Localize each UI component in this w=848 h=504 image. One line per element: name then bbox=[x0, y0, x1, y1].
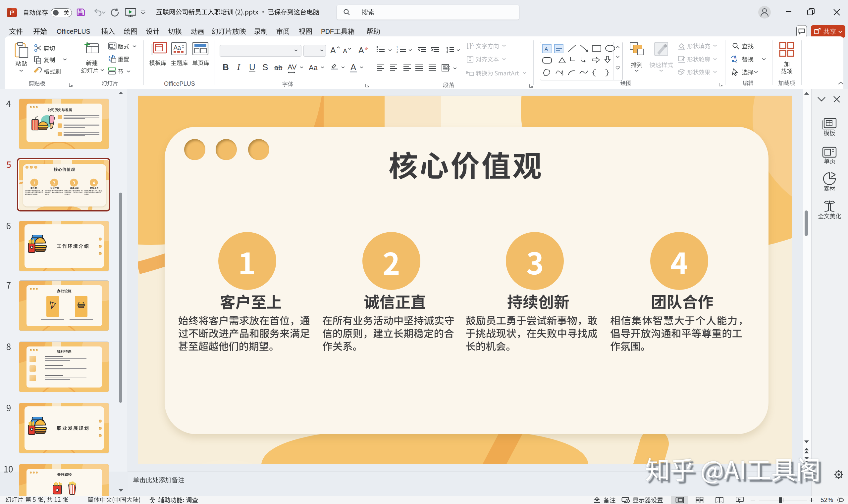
svg-text:1: 1 bbox=[397, 46, 398, 48]
svg-text:P: P bbox=[10, 9, 14, 16]
svg-text:3: 3 bbox=[397, 51, 398, 53]
svg-text:A: A bbox=[471, 42, 474, 47]
svg-text:c: c bbox=[735, 59, 737, 64]
svg-text:A: A bbox=[544, 46, 548, 52]
svg-text:b: b bbox=[734, 56, 737, 59]
svg-text:Aa: Aa bbox=[174, 44, 181, 51]
svg-text:2: 2 bbox=[397, 48, 398, 51]
